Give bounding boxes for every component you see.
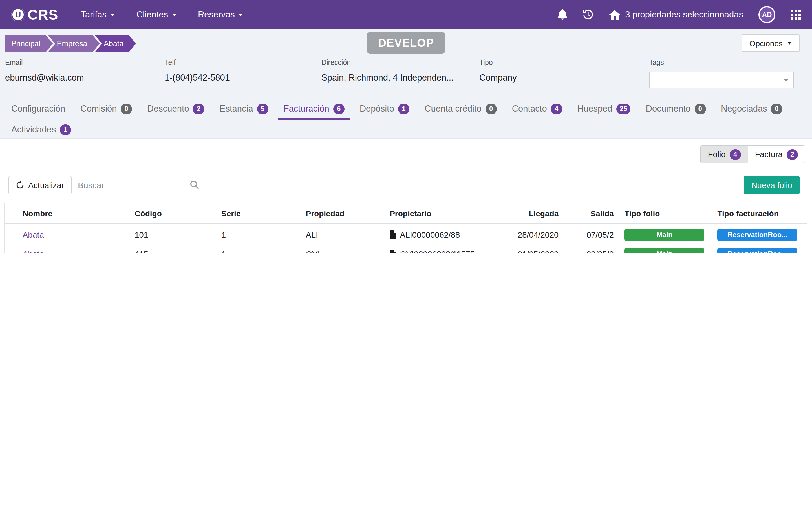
tab-contacto[interactable]: Contacto4 <box>506 99 568 118</box>
history-icon[interactable] <box>582 9 594 20</box>
tipo-facturacion-badge: ReservationRoo... <box>717 228 797 241</box>
breadcrumb-item-empresa[interactable]: Empresa <box>48 35 100 52</box>
toggle-label: Folio <box>708 150 726 159</box>
selected-properties[interactable]: 3 propiedades seleccioonadas <box>609 10 743 20</box>
search-icon[interactable] <box>190 180 199 189</box>
cell-llegada: 01/05/2020 <box>486 249 561 253</box>
info-value: Company <box>479 73 587 83</box>
tags-divider <box>641 57 641 94</box>
refresh-button[interactable]: Actualizar <box>8 176 71 194</box>
tags-label: Tags <box>649 59 794 66</box>
document-icon <box>390 230 396 239</box>
cell-propietario: ALI00000062/88 <box>379 230 486 239</box>
brand-logo[interactable]: U CRS <box>11 6 58 23</box>
tipo-folio-badge: Main <box>624 247 705 253</box>
search-input[interactable] <box>78 180 190 189</box>
tab-count-badge: 1 <box>398 103 409 114</box>
column-header-codigo: Código <box>128 209 213 218</box>
avatar[interactable]: AD <box>758 6 775 23</box>
folio-name-link[interactable]: Abata <box>22 230 44 239</box>
info-field-tipo: TipoCompany <box>479 59 587 83</box>
tab-comision[interactable]: Comisión0 <box>75 99 138 118</box>
tab-configuracion[interactable]: Configuración <box>6 99 71 118</box>
toggle-label: Factura <box>755 150 783 159</box>
breadcrumb-item-principal[interactable]: Principal <box>4 35 53 52</box>
nav-menu-tarifas[interactable]: Tarifas <box>81 10 115 20</box>
tab-negociadas[interactable]: Negociadas0 <box>715 99 788 118</box>
info-field-telf: Telf1-(804)542-5801 <box>165 59 321 83</box>
toggle-folio[interactable]: Folio4 <box>701 146 748 163</box>
table-body: Abata1011ALIALI00000062/8828/04/202007/0… <box>4 225 807 253</box>
logo-icon: U <box>11 8 25 21</box>
new-folio-button[interactable]: Nueva folio <box>744 176 800 194</box>
toggle-factura[interactable]: Factura2 <box>748 146 805 163</box>
cell-tipo-folio: Main <box>614 228 709 241</box>
cell-codigo: 101 <box>128 230 213 239</box>
tab-facturacion[interactable]: Facturación6 <box>278 99 350 118</box>
bell-icon[interactable] <box>557 9 567 20</box>
cell-tipo-facturacion: ReservationRoo... <box>708 247 807 253</box>
options-button[interactable]: Opciones <box>742 34 800 52</box>
nav-menu-reservas[interactable]: Reservas <box>198 10 243 20</box>
column-header-propiedad: Propiedad <box>295 209 379 218</box>
info-value: eburnsd@wikia.com <box>5 73 165 83</box>
table-row[interactable]: Abata4151OVIOVI00006892/1157501/05/20200… <box>4 244 807 253</box>
tab-label: Configuración <box>11 104 65 114</box>
tab-label: Negociadas <box>721 104 767 114</box>
cell-serie: 1 <box>213 230 295 239</box>
cell-salida: 02/05/2 <box>561 249 614 253</box>
tab-estancia[interactable]: Estancia5 <box>214 99 274 118</box>
tab-label: Contacto <box>512 104 547 114</box>
view-toggle: Folio4Factura2 <box>701 145 805 163</box>
info-field-direccion: DirecciónSpain, Richmond, 4 Independen..… <box>321 59 479 83</box>
toggle-count-badge: 2 <box>786 149 798 160</box>
table-header-row: NombreCódigoSeriePropiedadPropietarioLle… <box>4 203 807 224</box>
info-label: Email <box>5 59 165 66</box>
tab-actividades[interactable]: Actividades1 <box>6 120 77 139</box>
nav-right: 3 propiedades seleccioonadas AD <box>557 6 801 23</box>
tipo-facturacion-badge: ReservationRoo... <box>717 247 797 253</box>
cell-propiedad: ALI <box>295 230 379 239</box>
tab-count-badge: 1 <box>60 124 71 135</box>
tab-huesped[interactable]: Huesped25 <box>572 99 637 118</box>
cell-tipo-facturacion: ReservationRoo... <box>708 228 807 241</box>
info-label: Dirección <box>321 59 479 66</box>
nav-menu-clientes[interactable]: Clientes <box>137 10 176 20</box>
folio-name-link[interactable]: Abata <box>22 249 44 253</box>
breadcrumb-item-abata[interactable]: Abata <box>95 35 136 52</box>
cell-propietario: OVI00006892/11575 <box>379 249 486 253</box>
tab-count-badge: 0 <box>121 103 132 114</box>
cell-llegada: 28/04/2020 <box>486 230 561 239</box>
document-icon <box>390 249 396 253</box>
chevron-down-icon <box>239 13 243 16</box>
top-navbar: U CRS TarifasClientesReservas 3 propieda… <box>0 0 812 29</box>
search-box <box>78 176 179 194</box>
table-row[interactable]: Abata1011ALIALI00000062/8828/04/202007/0… <box>4 225 807 244</box>
column-header-propietario: Propietario <box>379 209 486 218</box>
tab-deposito[interactable]: Depósito1 <box>354 99 415 118</box>
nav-menus: TarifasClientesReservas <box>81 10 243 20</box>
tab-cuenta-credito[interactable]: Cuenta crédito0 <box>419 99 502 118</box>
tab-count-badge: 6 <box>333 103 345 114</box>
tab-label: Facturación <box>284 104 329 114</box>
tab-label: Estancia <box>220 104 253 114</box>
tab-label: Cuenta crédito <box>424 104 481 114</box>
chevron-down-icon <box>172 13 176 16</box>
tab-descuento[interactable]: Descuento2 <box>142 99 210 118</box>
tipo-folio-badge: Main <box>624 228 705 241</box>
cell-nombre: Abata <box>4 249 128 253</box>
column-header-tipo-folio: Tipo folio <box>614 209 709 218</box>
brand-text: CRS <box>28 6 58 23</box>
info-fields: Emaileburnsd@wikia.comTelf1-(804)542-580… <box>5 59 587 83</box>
tags-select[interactable] <box>649 71 794 89</box>
column-header-salida: Salida <box>561 209 614 218</box>
tab-documento[interactable]: Documento0 <box>640 99 712 118</box>
tabs-row-2: Actividades1 <box>6 120 81 139</box>
chevron-down-icon <box>110 13 115 16</box>
home-icon <box>609 10 620 19</box>
header-section: PrincipalEmpresaAbata DEVELOP Opciones E… <box>0 29 812 138</box>
cell-serie: 1 <box>213 249 295 253</box>
apps-grid-icon[interactable] <box>791 10 801 20</box>
breadcrumb: PrincipalEmpresaAbata <box>4 35 136 52</box>
refresh-label: Actualizar <box>28 180 64 189</box>
